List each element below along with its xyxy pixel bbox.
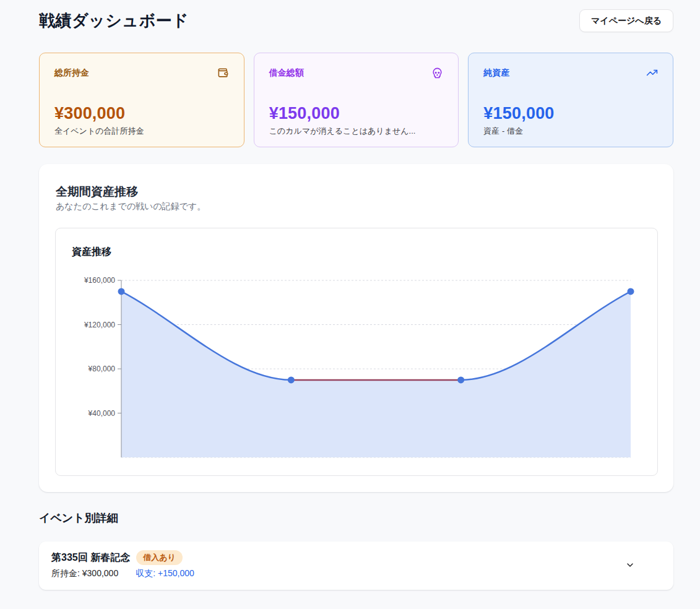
total-debt-card: 借金総額 ¥150,000 このカルマが消えることはありません... [254,53,459,147]
card-description: 全イベントの合計所持金 [54,126,229,137]
asset-history-section: 全期間資産推移 あなたのこれまでの戦いの記録です。 資産推移 ¥40,000¥8… [39,164,673,492]
asset-line-chart: ¥40,000¥80,000¥120,000¥160,000 [56,228,659,477]
chevron-down-icon[interactable] [625,560,635,570]
card-description: このカルマが消えることはありません... [269,126,444,137]
card-label: 総所持金 [54,67,89,79]
svg-text:¥40,000: ¥40,000 [88,409,116,418]
page-title: 戦績ダッシュボード [39,10,189,32]
event-name: 第335回 新春記念 [51,551,130,564]
card-header: 総所持金 [54,67,229,79]
back-to-mypage-button[interactable]: マイページへ戻る [579,9,673,32]
card-value: ¥150,000 [269,104,444,123]
event-money: 所持金: ¥300,000 [51,568,118,579]
event-list-item[interactable]: 第335回 新春記念 借入あり 所持金: ¥300,000 収支: +150,0… [39,542,673,590]
card-value: ¥300,000 [54,104,229,123]
event-title-row: 第335回 新春記念 借入あり [51,550,659,565]
debt-badge: 借入あり [136,550,183,565]
section-subtitle: あなたのこれまでの戦いの記録です。 [56,201,205,212]
card-label: 借金総額 [269,67,304,79]
card-label: 純資産 [483,67,509,79]
trending-up-icon [646,67,658,79]
svg-text:¥160,000: ¥160,000 [84,276,115,285]
event-balance: 収支: +150,000 [136,568,194,579]
total-money-card: 総所持金 ¥300,000 全イベントの合計所持金 [39,53,244,147]
card-value: ¥150,000 [483,104,658,123]
wallet-icon [217,67,229,79]
card-description: 資産 - 借金 [483,126,658,137]
asset-chart-card: 資産推移 ¥40,000¥80,000¥120,000¥160,000 [55,228,658,476]
net-assets-card: 純資産 ¥150,000 資産 - 借金 [468,53,673,147]
stat-cards-row: 総所持金 ¥300,000 全イベントの合計所持金 借金総額 [39,53,673,147]
card-header: 純資産 [483,67,658,79]
skull-icon [431,67,443,79]
svg-text:¥80,000: ¥80,000 [88,365,116,373]
events-section-title: イベント別詳細 [39,511,118,525]
svg-text:¥120,000: ¥120,000 [84,321,115,329]
card-header: 借金総額 [269,67,444,79]
event-stats-row: 所持金: ¥300,000 収支: +150,000 [51,568,659,579]
dashboard-page: 戦績ダッシュボード マイページへ戻る 総所持金 ¥300,000 全イベントの合… [0,0,700,609]
section-title: 全期間資産推移 [56,184,138,200]
